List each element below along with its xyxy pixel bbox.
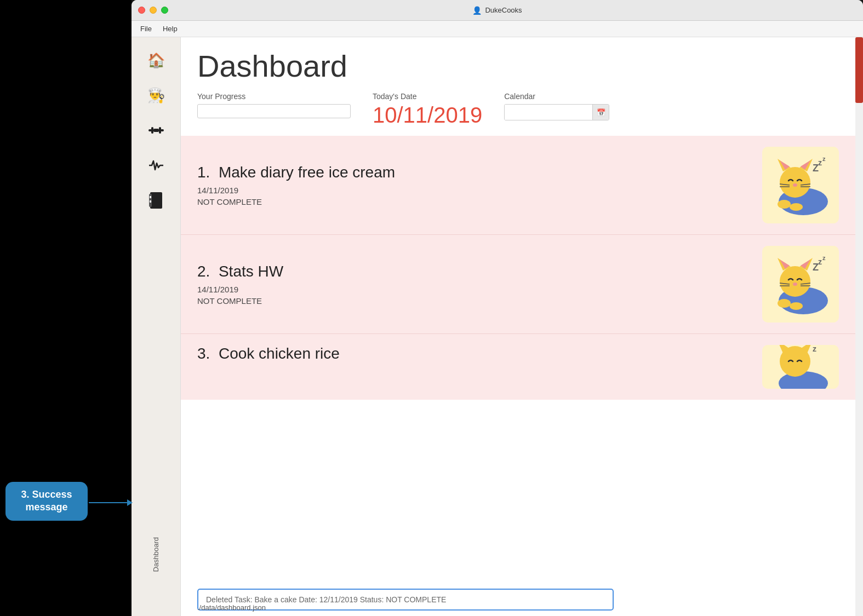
content-area: Dashboard Your Progress Today's Date 10/… bbox=[181, 37, 863, 616]
sidebar-diary[interactable] bbox=[144, 188, 168, 212]
svg-rect-5 bbox=[150, 192, 162, 209]
date-value: 10/11/2019 bbox=[373, 103, 482, 128]
svg-point-39 bbox=[778, 299, 791, 308]
task-image-1: Z z z bbox=[762, 147, 839, 223]
success-message-text: Deleted Task: Bake a cake Date: 12/11/20… bbox=[206, 595, 446, 604]
task-status-1: NOT COMPLETE bbox=[197, 197, 762, 206]
svg-rect-3 bbox=[159, 127, 161, 134]
menu-file[interactable]: File bbox=[140, 25, 152, 33]
task-status-2: NOT COMPLETE bbox=[197, 296, 762, 306]
svg-rect-8 bbox=[150, 200, 151, 203]
svg-point-35 bbox=[793, 283, 797, 286]
calendar-section: Calendar 📅 bbox=[504, 92, 609, 120]
sidebar-tab-label: Dashboard bbox=[152, 537, 160, 572]
calendar-button[interactable]: 📅 bbox=[592, 105, 609, 120]
scrollbar[interactable] bbox=[855, 37, 863, 616]
progress-bar bbox=[197, 104, 351, 118]
progress-section: Your Progress bbox=[197, 92, 351, 118]
svg-point-19 bbox=[793, 183, 797, 187]
window-title: 👤 DukeCooks bbox=[472, 6, 522, 15]
task-image-2: Z z z bbox=[762, 246, 839, 323]
bottom-area: Deleted Task: Bake a cake Date: 12/11/20… bbox=[181, 583, 863, 616]
task-date-2: 14/11/2019 bbox=[197, 285, 762, 294]
task-card-3[interactable]: 3. Cook chicken rice z bbox=[181, 334, 855, 400]
task-list: 1. Make diary free ice cream 14/11/2019 … bbox=[181, 136, 863, 583]
file-path: ./data/dashboard.json bbox=[197, 603, 266, 612]
header-row: Your Progress Today's Date 10/11/2019 Ca… bbox=[197, 92, 847, 128]
svg-point-40 bbox=[790, 302, 803, 310]
task-card-1[interactable]: 1. Make diary free ice cream 14/11/2019 … bbox=[181, 136, 855, 235]
task-info-3: 3. Cook chicken rice bbox=[197, 345, 762, 367]
title-text: DukeCooks bbox=[485, 6, 522, 14]
traffic-lights bbox=[138, 7, 168, 14]
svg-rect-2 bbox=[151, 127, 153, 134]
date-label: Today's Date bbox=[373, 92, 482, 101]
arrow-line bbox=[89, 502, 127, 503]
title-icon: 👤 bbox=[472, 6, 482, 15]
svg-text:z: z bbox=[813, 345, 816, 353]
maximize-button[interactable] bbox=[161, 7, 168, 14]
task-title-3: 3. Cook chicken rice bbox=[197, 345, 762, 362]
svg-text:z: z bbox=[818, 158, 822, 167]
date-section: Today's Date 10/11/2019 bbox=[373, 92, 482, 128]
mac-window: 👤 DukeCooks File Help 🏠 👨‍🍳 bbox=[132, 0, 863, 616]
svg-rect-4 bbox=[153, 129, 159, 132]
svg-point-26 bbox=[780, 266, 810, 297]
calendar-label: Calendar bbox=[504, 92, 609, 101]
task-info-2: 2. Stats HW 14/11/2019 NOT COMPLETE bbox=[197, 263, 762, 306]
svg-text:z: z bbox=[818, 257, 822, 266]
sidebar-chef[interactable]: 👨‍🍳 bbox=[144, 83, 168, 107]
task-image-3: z bbox=[762, 345, 839, 389]
black-background bbox=[0, 0, 132, 616]
menu-bar: File Help bbox=[132, 21, 863, 37]
sidebar-health[interactable] bbox=[144, 153, 168, 177]
annotation-arrow bbox=[89, 499, 133, 506]
svg-point-23 bbox=[778, 200, 791, 209]
task-title-2: 2. Stats HW bbox=[197, 263, 762, 280]
sidebar-exercise[interactable] bbox=[144, 118, 168, 142]
calendar-input[interactable] bbox=[505, 105, 592, 120]
svg-rect-7 bbox=[150, 196, 151, 198]
svg-text:z: z bbox=[822, 156, 826, 162]
close-button[interactable] bbox=[138, 7, 145, 14]
dashboard-header: Dashboard Your Progress Today's Date 10/… bbox=[181, 37, 863, 136]
task-date-1: 14/11/2019 bbox=[197, 186, 762, 195]
sidebar: 🏠 👨‍🍳 bbox=[132, 37, 181, 616]
main-area: 🏠 👨‍🍳 bbox=[132, 37, 863, 616]
title-bar: 👤 DukeCooks bbox=[132, 0, 863, 21]
svg-point-24 bbox=[790, 203, 803, 211]
task-title-1: 1. Make diary free ice cream bbox=[197, 164, 762, 181]
page-title: Dashboard bbox=[197, 48, 847, 84]
annotation-bubble: 3. Success message bbox=[5, 482, 88, 521]
menu-help[interactable]: Help bbox=[163, 25, 178, 33]
progress-label: Your Progress bbox=[197, 92, 351, 101]
scrollbar-thumb[interactable] bbox=[855, 37, 863, 103]
task-info-1: 1. Make diary free ice cream 14/11/2019 … bbox=[197, 164, 762, 206]
arrow-head bbox=[127, 499, 133, 506]
task-card-2[interactable]: 2. Stats HW 14/11/2019 NOT COMPLETE bbox=[181, 235, 855, 334]
calendar-input-row: 📅 bbox=[504, 104, 609, 120]
svg-point-10 bbox=[780, 167, 810, 198]
sidebar-home[interactable]: 🏠 bbox=[144, 48, 168, 72]
svg-text:z: z bbox=[822, 255, 826, 261]
minimize-button[interactable] bbox=[150, 7, 157, 14]
